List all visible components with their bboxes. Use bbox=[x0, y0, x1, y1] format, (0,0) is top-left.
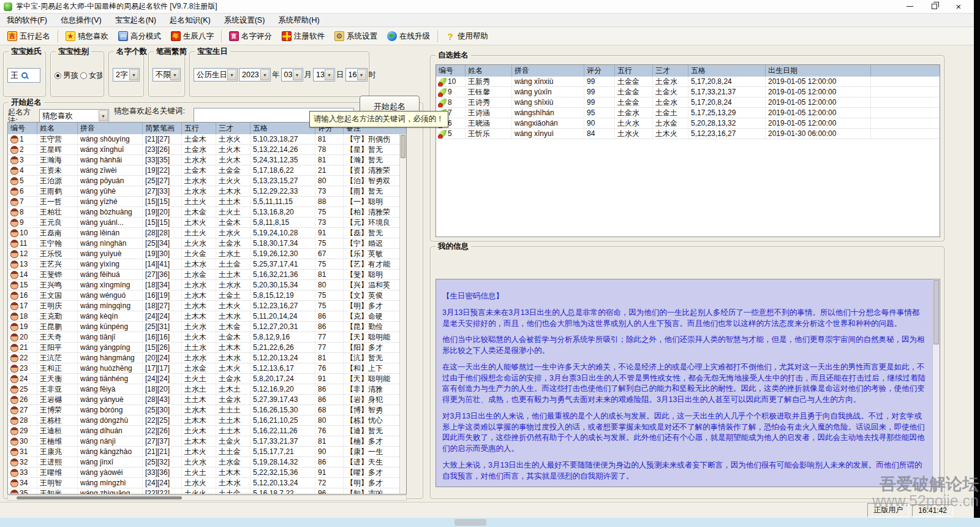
table-row[interactable]: 25王非亚wáng fēiyà[18][20]土水土土木土5,12,16,9,2… bbox=[8, 384, 406, 395]
table-row[interactable]: 29王迪桓wáng díhuán[22][26]土火木土土木5,16,22,11… bbox=[8, 426, 406, 436]
table-row[interactable]: 17王明庆wáng míngqìng[18][27]土水木土木火5,12,23,… bbox=[8, 301, 406, 311]
strokes-select[interactable]: 不限 ▼ bbox=[153, 68, 181, 82]
minimize-button[interactable] bbox=[905, 2, 914, 11]
table-row[interactable]: 26王岩樾wáng yányuè[28][43]土土木土金水5,27,39,17… bbox=[8, 395, 406, 405]
column-header[interactable]: 编号 bbox=[436, 65, 466, 77]
info-text-area[interactable]: 【生日密码信息】3月13日预言未来在3月13日出生的人总是非常的宿命，因为他们的… bbox=[435, 279, 940, 487]
menu-system-help[interactable]: 系统帮助(H) bbox=[271, 14, 326, 26]
cell-no: 34 bbox=[8, 478, 37, 488]
toolbar-name-score[interactable]: 言 名字评分 bbox=[224, 29, 277, 44]
table-row[interactable]: 33王曜维wáng yàowéi[33][36]土火土土木木5,22,32,15… bbox=[8, 468, 406, 478]
column-header[interactable]: 简繁笔画 bbox=[143, 123, 182, 134]
month-select[interactable]: 03 ▼ bbox=[281, 68, 303, 82]
menu-naming-knowledge[interactable]: 起名知识(K) bbox=[163, 14, 217, 26]
table-row[interactable]: 12王乐悦wáng yuìyuè[19][30]土火金土水土5,19,26,12… bbox=[8, 249, 406, 259]
naming-method-select[interactable]: 猜您喜欢 ▼ bbox=[39, 109, 109, 123]
table-row[interactable]: 6王雨鹤wáng yǔhè[27][33]土水水土木水5,12,29,22,33… bbox=[8, 186, 406, 197]
cell-py: wáng míngqìng bbox=[78, 301, 143, 311]
table-row[interactable]: 34王明智wáng míngzhì[24][24]土水火土木水5,12,20,1… bbox=[8, 478, 406, 488]
table-row[interactable]: 20王天奇wáng tiānjī[16][16]土火木土金木5,8,12,9,1… bbox=[8, 332, 406, 343]
table-row[interactable]: 10王新秀wáng xīnxiù99土金金土金水5,17,20,8,242019… bbox=[436, 77, 940, 87]
table-row[interactable]: 18王克勤wáng kèqín[24][24]土木木土木水5,11,20,14,… bbox=[8, 311, 406, 322]
menu-info-ops[interactable]: 信息操作(V) bbox=[54, 14, 108, 26]
cell-wuxing: 土水火 bbox=[615, 129, 653, 138]
table-row[interactable]: 13王艺兴wáng yìxìng[14][41]土木水土土金5,25,37,17… bbox=[8, 259, 406, 270]
toolbar-online-upgrade[interactable]: 在线升级 bbox=[382, 29, 435, 44]
column-header[interactable]: 编号 bbox=[8, 123, 37, 134]
hour-select[interactable]: 16 ▼ bbox=[345, 68, 368, 82]
table-row[interactable]: 19王昆鹏wáng kūnpéng[25][31]土火水土木金5,12,27,2… bbox=[8, 322, 406, 332]
table-row[interactable]: 1王守营wáng shǒuyíng[21][27]土金木土水火5,10,23,1… bbox=[8, 134, 406, 145]
column-header[interactable]: 拼音 bbox=[78, 123, 143, 134]
column-header[interactable]: 三才 bbox=[216, 123, 251, 134]
cell-wuxing: 土水木 bbox=[182, 405, 216, 415]
calendar-type-select[interactable]: 公历生日 ▼ bbox=[194, 68, 238, 82]
table-row[interactable]: 5王泊源wáng pōyuán[25][27]土水水土火火5,13,23,15,… bbox=[8, 176, 406, 186]
table-row[interactable]: 10王磊南wáng lěinán[28][28]土土火土水火5,19,24,10… bbox=[8, 228, 406, 238]
table-row[interactable]: 7王一哲wáng yīzhé[15][15]土土火土土木5,5,11,11,15… bbox=[8, 197, 406, 207]
male-radio[interactable] bbox=[55, 72, 61, 79]
table-row[interactable]: 6王晓涵wángxiǎohán90土火水土水金5,20,28,13,322019… bbox=[436, 118, 940, 129]
info-vertical-scrollbar[interactable] bbox=[932, 279, 940, 487]
horizontal-scrollbar[interactable] bbox=[7, 495, 407, 501]
female-radio[interactable] bbox=[80, 72, 87, 79]
column-header[interactable]: 拼音 bbox=[512, 65, 584, 77]
cell-no: 18 bbox=[8, 311, 37, 321]
column-header[interactable]: 出生日期 bbox=[766, 65, 871, 77]
name-count-select[interactable]: 2字 ▼ bbox=[113, 68, 140, 82]
toolbar-help[interactable]: ? 使用帮助 bbox=[440, 29, 493, 44]
table-row[interactable]: 16王文国wáng wénguó[16][19]土水木土金土5,8,15,12,… bbox=[8, 290, 406, 301]
table-row[interactable]: 35王知光wáng zhìguāng[22][22]土火火土土金5,16,18,… bbox=[8, 488, 406, 495]
scrollbar-thumb[interactable] bbox=[17, 496, 182, 499]
close-button[interactable]: × bbox=[954, 2, 963, 11]
table-row[interactable]: 15王兴鸣wáng xìngmíng[18][34]土水水土水水5,20,30,… bbox=[8, 280, 406, 290]
table-row[interactable]: 11王宁翰wáng nìnghàn[25][34]土火水土金水5,18,30,1… bbox=[8, 238, 406, 249]
menu-baby-naming[interactable]: 宝宝起名(N) bbox=[108, 14, 163, 26]
table-row[interactable]: 28王栋柱wáng dòngzhù[22][25]土木木土土木5,16,21,1… bbox=[8, 415, 406, 426]
toolbar-wuxing-naming[interactable]: 吉 五行起名 bbox=[2, 29, 55, 44]
column-header[interactable]: 三才 bbox=[653, 65, 688, 77]
table-row[interactable]: 14王斐铧wáng fěihuá[27][36]土水金土土木5,16,32,21… bbox=[8, 270, 406, 280]
search-icon[interactable] bbox=[21, 72, 29, 80]
toolbar-bazi[interactable]: 年 生辰八字 bbox=[166, 29, 219, 44]
vertical-scrollbar[interactable] bbox=[399, 134, 406, 494]
table-row[interactable]: 24王天衡wáng tiānhéng[24][24]土火土土金水5,8,20,1… bbox=[8, 374, 406, 384]
surname-input[interactable]: 王 bbox=[7, 68, 40, 83]
table-row[interactable]: 23王和正wáng huòzhēng[17][17]土水金土木火5,12,13,… bbox=[8, 363, 406, 374]
column-header[interactable]: 五行 bbox=[182, 123, 216, 134]
taskbar-item[interactable] bbox=[454, 519, 486, 526]
table-row[interactable]: 27王博荣wáng bóróng[25][30]土水木土土土5,16,26,15… bbox=[8, 405, 406, 415]
toolbar-settings[interactable]: ⚙ 系统设置 bbox=[330, 29, 382, 44]
table-row[interactable]: 9王钰馨wáng yùxīn99土金金土金火5,17,33,21,372019-… bbox=[436, 87, 940, 97]
table-row[interactable]: 5王忻乐wáng xīnyuì84土水火土木火5,12,23,16,272019… bbox=[436, 129, 940, 139]
table-row[interactable]: 32王进熙wáng jìnxī[25][32]土火水土水金5,19,28,14,… bbox=[8, 457, 406, 468]
table-row[interactable]: 30王楠维wáng nánjì[27][37]土木木土金火5,17,33,21,… bbox=[8, 436, 406, 447]
table-row[interactable]: 3王瀚海wáng hànhǎi[33][35]土水水土火木5,24,31,12,… bbox=[8, 155, 406, 165]
scrollbar-thumb[interactable] bbox=[401, 135, 405, 158]
menu-system-settings[interactable]: 系统设置(S) bbox=[217, 14, 272, 26]
table-row[interactable]: 21王阳平wáng yángpíng[15][26]土土水土木木5,21,22,… bbox=[8, 343, 406, 353]
column-header[interactable]: 五格 bbox=[688, 65, 766, 77]
table-row[interactable]: 31王康兆wáng kāngzhào[21][21]土木火土土金5,15,17,… bbox=[8, 447, 406, 457]
menu-my-software[interactable]: 我的软件(F) bbox=[0, 14, 54, 26]
column-header[interactable]: 五格 bbox=[251, 123, 315, 134]
scrollbar-thumb[interactable] bbox=[933, 280, 939, 344]
cell-strokes: [33][36] bbox=[143, 468, 182, 477]
toolbar-high-score-mode[interactable]: ▤ 高分模式 bbox=[113, 29, 166, 44]
table-row[interactable]: 8王柏壮wáng bòzhuàng[19][20]土木金土火土5,13,16,8… bbox=[8, 207, 406, 218]
day-select[interactable]: 13 ▼ bbox=[313, 68, 335, 82]
table-row[interactable]: 4王资未wáng zīwèi[19][22]土金木土金金5,17,18,6,22… bbox=[8, 165, 406, 176]
column-header[interactable]: 姓名 bbox=[37, 123, 78, 134]
table-row[interactable]: 7王诗涵wángshīhán95土金水土金土5,17,25,13,292019-… bbox=[436, 108, 940, 118]
year-select[interactable]: 2023 ▼ bbox=[239, 68, 271, 82]
maximize-button[interactable] bbox=[930, 2, 938, 11]
column-header[interactable]: 五行 bbox=[615, 65, 653, 77]
toolbar-guess-you-like[interactable]: ★ 猜您喜欢 bbox=[61, 29, 113, 44]
column-header[interactable]: 姓名 bbox=[466, 65, 512, 77]
table-row[interactable]: 2王星晖wáng xīnghuī[23][26]土金水土火木5,13,22,14… bbox=[8, 145, 406, 155]
toolbar-register[interactable]: 注册软件 bbox=[277, 29, 330, 44]
column-header[interactable]: 评分 bbox=[584, 65, 615, 77]
table-row[interactable]: 22王沆茫wáng hàngmáng[20][24]土水水土木水5,12,20,… bbox=[8, 353, 406, 363]
table-row[interactable]: 8王诗秀wáng shīxiù99土金金土金水5,17,20,8,242019-… bbox=[436, 97, 940, 108]
table-row[interactable]: 9王元良wáng yuánl...[15][15]土木火土金木5,8,11,8,… bbox=[8, 218, 406, 228]
